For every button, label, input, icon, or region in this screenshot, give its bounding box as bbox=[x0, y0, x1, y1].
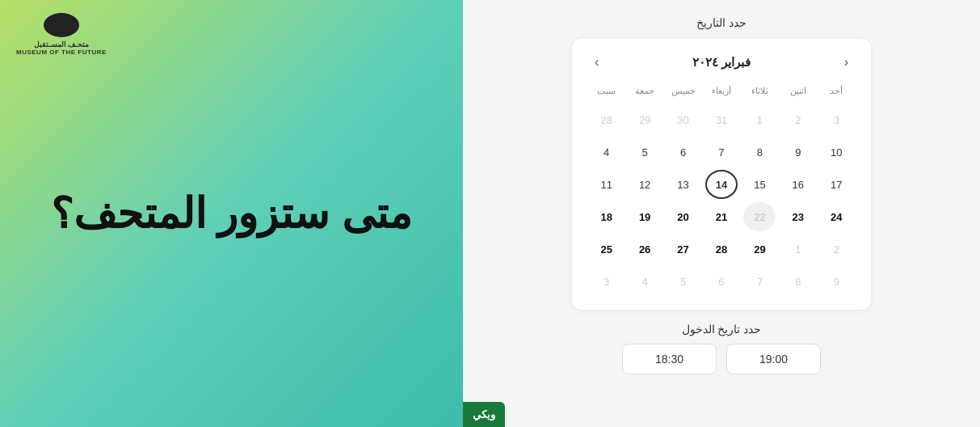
day-cell[interactable]: 8 bbox=[782, 267, 814, 296]
day-header-sat: سبت bbox=[588, 82, 625, 103]
logo-oval-icon bbox=[44, 13, 79, 37]
day-cell[interactable]: 30 bbox=[667, 105, 700, 134]
day-cell[interactable]: 9 bbox=[782, 137, 814, 167]
watermark-text: ويكي bbox=[473, 408, 495, 421]
time-label: حدد تاريخ الدخول bbox=[572, 323, 871, 336]
time-option-1830[interactable]: 18:30 bbox=[622, 344, 717, 374]
day-cell[interactable]: 29 bbox=[629, 105, 661, 134]
day-cell[interactable]: 11 bbox=[591, 170, 623, 199]
time-options: 19:00 18:30 bbox=[572, 344, 871, 374]
month-year: فبراير ٢٠٢٤ bbox=[692, 55, 751, 70]
logo-english-text: MUSEUM OF THE FUTURE bbox=[16, 49, 107, 56]
day-cell[interactable]: 1 bbox=[743, 105, 776, 134]
day-cell[interactable]: 4 bbox=[591, 137, 623, 167]
day-header-thu: خميس bbox=[665, 82, 701, 103]
time-option-1930[interactable]: 19:00 bbox=[726, 344, 821, 374]
logo-arabic-text: متحـف المسـتقبل bbox=[34, 40, 90, 49]
day-cell[interactable]: 13 bbox=[667, 170, 700, 199]
day-cell[interactable]: 7 bbox=[743, 267, 776, 296]
day-cell[interactable]: 15 bbox=[743, 170, 776, 199]
left-panel: حدد التاريخ ‹ فبراير ٢٠٢٤ › سبت جمعة خمي… bbox=[463, 0, 980, 427]
day-cell[interactable]: 1 bbox=[782, 235, 814, 264]
day-header-sun: أحد bbox=[818, 82, 855, 103]
date-label: حدد التاريخ bbox=[495, 16, 948, 29]
day-cell[interactable]: 2 bbox=[820, 235, 852, 264]
day-header-mon: اثنين bbox=[780, 82, 816, 103]
day-cell[interactable]: 28 bbox=[705, 235, 738, 264]
day-cell[interactable]: 3 bbox=[820, 105, 852, 134]
day-cell[interactable]: 19 bbox=[629, 202, 661, 231]
calendar-header: ‹ فبراير ٢٠٢٤ › bbox=[588, 52, 855, 73]
day-cell[interactable]: 18 bbox=[591, 202, 623, 231]
day-cell[interactable]: 22 bbox=[743, 202, 776, 231]
calendar-container: ‹ فبراير ٢٠٢٤ › سبت جمعة خميس أربعاء ثلا… bbox=[572, 39, 871, 310]
main-question: متى ستزور المتحف؟ bbox=[51, 188, 412, 239]
day-header-tue: ثلاثاء bbox=[742, 82, 778, 103]
day-cell[interactable]: 29 bbox=[743, 235, 776, 264]
day-cell[interactable]: 21 bbox=[705, 202, 738, 231]
time-section: حدد تاريخ الدخول 19:00 18:30 bbox=[572, 323, 871, 374]
day-cell[interactable]: 4 bbox=[629, 267, 661, 296]
right-panel: متحـف المسـتقبل MUSEUM OF THE FUTURE متى… bbox=[0, 0, 463, 427]
day-cell[interactable]: 24 bbox=[820, 202, 852, 231]
day-cell[interactable]: 2 bbox=[782, 105, 814, 134]
day-cell[interactable]: 12 bbox=[629, 170, 661, 199]
watermark: ويكي bbox=[463, 402, 505, 427]
day-cell[interactable]: 26 bbox=[629, 235, 661, 264]
day-cell[interactable]: 17 bbox=[820, 170, 852, 199]
day-cell[interactable]: 8 bbox=[743, 137, 776, 167]
day-cell[interactable]: 25 bbox=[591, 235, 623, 264]
day-cell-today[interactable]: 14 bbox=[705, 170, 738, 199]
day-cell[interactable]: 5 bbox=[629, 137, 661, 167]
day-cell[interactable]: 16 bbox=[782, 170, 814, 199]
day-header-fri: جمعة bbox=[626, 82, 662, 103]
day-cell[interactable]: 23 bbox=[782, 202, 814, 231]
day-cell[interactable]: 5 bbox=[667, 267, 700, 296]
day-header-wed: أربعاء bbox=[703, 82, 739, 103]
next-month-button[interactable]: › bbox=[838, 52, 855, 73]
day-cell[interactable]: 28 bbox=[591, 105, 623, 134]
day-cell[interactable]: 9 bbox=[820, 267, 852, 296]
calendar-grid: سبت جمعة خميس أربعاء ثلاثاء اثنين أحد 28… bbox=[588, 82, 855, 297]
day-cell[interactable]: 3 bbox=[591, 267, 623, 296]
day-cell[interactable]: 7 bbox=[705, 137, 738, 167]
prev-month-button[interactable]: ‹ bbox=[588, 52, 605, 73]
day-cell[interactable]: 10 bbox=[820, 137, 852, 167]
day-cell[interactable]: 6 bbox=[667, 137, 700, 167]
day-cell[interactable]: 27 bbox=[667, 235, 700, 264]
museum-logo: متحـف المسـتقبل MUSEUM OF THE FUTURE bbox=[16, 13, 107, 56]
day-cell[interactable]: 20 bbox=[667, 202, 700, 231]
day-cell[interactable]: 6 bbox=[705, 267, 738, 296]
day-cell[interactable]: 31 bbox=[705, 105, 738, 134]
